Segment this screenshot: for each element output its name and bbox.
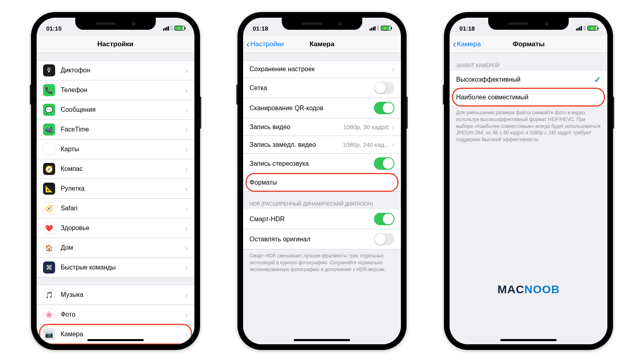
settings-row[interactable]: 🗺Карты› <box>37 140 194 159</box>
ic-msg-icon: 💬 <box>43 104 55 116</box>
settings-row[interactable]: 🧭Компас› <box>37 159 194 179</box>
settings-row[interactable]: Запись замедл. видео1080p, 240 кад...› <box>243 136 401 154</box>
settings-row[interactable]: ⌘Быстрые команды› <box>37 258 194 278</box>
nav-bar: ‹Настройки Камера <box>243 35 401 53</box>
row-label: Здоровье <box>61 224 185 232</box>
settings-row[interactable]: 🧭Safari› <box>37 199 194 218</box>
chevron-right-icon: › <box>185 125 188 134</box>
row-label: Запись стереозвука <box>250 160 374 167</box>
chevron-left-icon: ‹ <box>453 39 456 49</box>
ic-maps-icon: 🗺 <box>43 143 55 155</box>
status-time: 01:15 <box>46 25 62 32</box>
toggle-switch[interactable] <box>374 233 394 245</box>
settings-row[interactable]: Запись видео1080p, 30 кадр/с› <box>243 118 401 136</box>
row-label: FaceTime <box>61 126 185 133</box>
settings-row[interactable]: 📞Телефон› <box>37 80 194 100</box>
settings-list[interactable]: 🎙Диктофон›📞Телефон›💬Сообщения›📹FaceTime›… <box>37 53 194 344</box>
ic-safari-icon: 🧭 <box>43 202 55 214</box>
settings-row[interactable]: 🎙Диктофон› <box>37 60 194 80</box>
page-title: Форматы <box>512 40 545 48</box>
ic-ft-icon: 📹 <box>43 123 55 136</box>
ic-ruler-icon: 📐 <box>43 183 55 195</box>
toggle-switch[interactable] <box>374 102 394 114</box>
row-label: Сетка <box>250 84 374 92</box>
row-label: Дом <box>61 244 185 251</box>
row-label: Высокоэффективный <box>456 76 594 83</box>
settings-row[interactable]: Высокоэффективный✓ <box>450 71 607 88</box>
settings-row[interactable]: Запись стереозвука <box>243 154 401 174</box>
ic-phone-icon: 📞 <box>43 84 55 96</box>
home-indicator[interactable] <box>87 339 144 341</box>
home-indicator[interactable] <box>500 339 557 341</box>
formats-list[interactable]: ЗАХВАТ КАМЕРОЙВысокоэффективный✓Наиболее… <box>450 53 607 344</box>
ic-photo-icon: 🌸 <box>43 309 55 321</box>
signal-icon <box>369 26 376 31</box>
row-label: Рулетка <box>61 185 185 192</box>
row-label: Диктофон <box>61 67 185 74</box>
chevron-right-icon: › <box>185 66 188 75</box>
group-footer: Для уменьшения размера файла снимайте фо… <box>450 106 607 146</box>
wifi-icon: 􀙇 <box>171 25 173 31</box>
chevron-right-icon: › <box>185 310 188 319</box>
phone-formats: 01:18 􀙇 ⚡ ‹Камера Форматы ЗАХВАТ КАМЕРОЙ… <box>444 12 613 350</box>
toggle-switch[interactable] <box>374 213 394 225</box>
settings-row[interactable]: Сканирование QR-кодов <box>243 98 401 118</box>
phone-settings: 01:15 􀙇 ⚡ Настройки 🎙Диктофон›📞Телефон›💬… <box>31 12 200 350</box>
signal-icon <box>163 26 169 31</box>
chevron-right-icon: › <box>392 65 394 74</box>
status-time: 01:18 <box>253 25 268 32</box>
ic-dict-icon: 🎙 <box>43 64 55 76</box>
chevron-right-icon: › <box>185 263 188 272</box>
settings-row[interactable]: 🏠Дом› <box>37 238 194 258</box>
row-label: Карты <box>61 146 185 153</box>
wifi-icon: 􀙇 <box>377 25 379 31</box>
ic-health-icon: ❤️ <box>43 222 55 234</box>
battery-icon: ⚡ <box>381 26 391 31</box>
chevron-right-icon: › <box>185 243 188 253</box>
settings-row[interactable]: 📷Камера› <box>37 325 194 344</box>
settings-row[interactable]: Сохранение настроек› <box>243 60 401 78</box>
settings-row[interactable]: 📹FaceTime› <box>37 120 194 140</box>
chevron-right-icon: › <box>392 178 394 187</box>
row-label: Форматы <box>250 179 392 186</box>
settings-row[interactable]: 🎵Музыка› <box>37 285 194 305</box>
settings-row[interactable]: 🌸Фото› <box>37 305 194 325</box>
row-label: Фото <box>61 311 185 318</box>
settings-row[interactable]: ❤️Здоровье› <box>37 218 194 238</box>
row-label: Запись видео <box>250 123 343 131</box>
settings-row[interactable]: 💬Сообщения› <box>37 100 194 120</box>
toggle-switch[interactable] <box>374 82 394 94</box>
page-title: Камера <box>310 40 334 48</box>
row-label: Сообщения <box>61 106 185 113</box>
ic-music-icon: 🎵 <box>43 289 55 301</box>
settings-row[interactable]: Форматы› <box>243 174 401 191</box>
back-button[interactable]: ‹Настройки <box>246 39 284 49</box>
chevron-right-icon: › <box>392 122 394 132</box>
row-label: Быстрые команды <box>61 264 185 271</box>
chevron-right-icon: › <box>185 165 188 174</box>
row-label: Оставлять оригинал <box>250 236 374 243</box>
settings-row[interactable]: Наиболее совместимый <box>450 88 607 106</box>
notch <box>75 18 156 30</box>
row-label: Камера <box>61 331 185 338</box>
battery-icon: ⚡ <box>174 26 185 31</box>
back-button[interactable]: ‹Камера <box>453 39 481 49</box>
notch <box>488 18 569 30</box>
camera-settings-list[interactable]: Сохранение настроек›СеткаСканирование QR… <box>243 53 401 344</box>
settings-row[interactable]: Смарт-HDR <box>243 209 401 229</box>
group-footer: Смарт-HDR смешивает лучшие фрагменты тре… <box>243 249 401 276</box>
chevron-right-icon: › <box>185 224 188 233</box>
page-title: Настройки <box>97 40 134 48</box>
chevron-left-icon: ‹ <box>246 39 250 49</box>
row-label: Смарт-HDR <box>250 216 374 223</box>
settings-row[interactable]: Сетка <box>243 78 401 98</box>
settings-row[interactable]: 📐Рулетка› <box>37 179 194 199</box>
chevron-right-icon: › <box>185 204 188 213</box>
settings-row[interactable]: Оставлять оригинал <box>243 229 401 249</box>
checkmark-icon: ✓ <box>594 75 601 84</box>
row-value: 1080p, 30 кадр/с <box>343 123 389 130</box>
toggle-switch[interactable] <box>374 157 394 170</box>
row-value: 1080p, 240 кад... <box>343 141 390 148</box>
home-indicator[interactable] <box>294 339 350 341</box>
chevron-right-icon: › <box>185 330 188 339</box>
